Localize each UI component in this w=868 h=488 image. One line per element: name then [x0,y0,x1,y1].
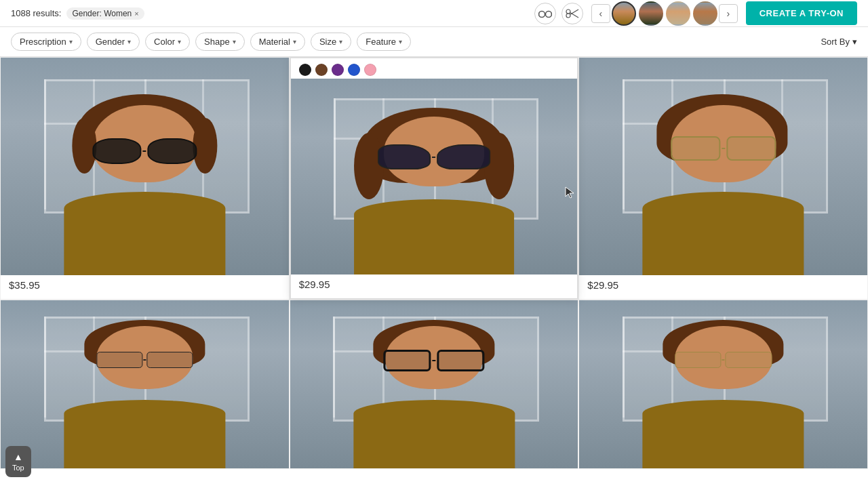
product-price-1: $35.95 [1,275,289,299]
product-grid: $35.95 [0,57,868,488]
sunglasses-2 [378,144,490,169]
swatch-brown[interactable] [315,64,328,76]
sunglasses-1 [92,138,197,164]
filter-feature[interactable]: Feature ▾ [357,33,411,51]
prev-arrow[interactable]: ‹ [591,4,610,23]
body [64,192,225,275]
glasses-6 [675,352,772,369]
glasses-5 [384,350,485,371]
swatch-black[interactable] [299,64,311,76]
product-price-2: $29.95 [291,274,578,298]
bridge-6 [722,359,725,361]
create-tryon-button[interactable]: CREATE A TRY-ON [746,1,857,25]
chevron-down-icon: ▾ [178,38,181,45]
person-figure-3 [623,90,824,274]
filter-shape-label: Shape [204,37,230,47]
product-image-2[interactable] [291,79,578,274]
product-image-1[interactable] [1,58,289,275]
bridge-4 [143,359,146,361]
filter-gender[interactable]: Gender ▾ [87,33,140,51]
lens-left-4 [96,352,142,369]
chevron-down-icon: ▾ [399,38,402,45]
glasses-4 [96,352,193,369]
filter-shape[interactable]: Shape ▾ [195,33,245,51]
product-card-4[interactable] [0,300,290,469]
scissors-icon [566,9,579,18]
body-2 [354,199,515,274]
person-figure-1 [44,90,245,274]
product-image-3[interactable] [579,58,867,275]
product-card-2[interactable]: $29.95 [290,57,579,300]
lens-right-6 [726,352,772,369]
lens-right-2 [437,144,490,169]
svg-line-8 [570,9,578,15]
arrow-up-icon: ▲ [14,451,23,462]
product-card-1[interactable]: $35.95 [0,57,290,300]
swatch-pink[interactable] [364,64,376,76]
face-thumb-4[interactable] [693,1,717,26]
face-thumb-3[interactable] [666,1,690,26]
svg-point-0 [538,11,545,17]
lens-left-2 [378,144,431,169]
face-thumb-2[interactable] [639,1,663,26]
face-thumb-1[interactable] [612,1,636,26]
product-image-4[interactable] [1,300,289,468]
filter-size[interactable]: Size ▾ [311,33,351,51]
chevron-down-icon: ▾ [69,38,73,45]
results-info: 1088 results: Gender: Women × [11,7,144,20]
body-5 [353,400,515,468]
chevron-down-icon: ▾ [233,38,236,45]
model-photo-3 [579,58,867,275]
active-filter-tag[interactable]: Gender: Women × [66,7,144,20]
remove-filter-button[interactable]: × [134,9,138,18]
svg-point-5 [566,9,570,14]
view-icons-group [534,3,583,24]
product-card-6[interactable] [578,300,868,469]
product-card-5[interactable] [290,300,579,469]
sort-by-dropdown[interactable]: Sort By ▾ [821,37,857,47]
color-swatches-2 [291,58,578,79]
swatch-blue[interactable] [348,64,360,76]
product-price-3: $29.95 [579,275,867,299]
scissors-view-icon[interactable] [561,3,583,24]
lens-right-3 [726,136,776,160]
product-image-6[interactable] [579,300,867,468]
product-card-3[interactable]: $29.95 [578,57,868,300]
navigation-arrows: ‹ › [591,1,738,26]
person-figure-5 [333,317,534,468]
svg-point-6 [566,14,570,18]
model-photo-1 [1,58,289,275]
top-right-controls: ‹ › CREATE A TRY-ON [534,1,857,26]
back-to-top-button[interactable]: ▲ Top [5,446,31,477]
model-photo-2 [291,79,578,274]
bridge-2 [432,157,435,158]
filter-material[interactable]: Material ▾ [250,33,305,51]
bridge [143,150,146,152]
svg-line-7 [570,12,578,18]
body-4 [64,400,225,468]
next-arrow[interactable]: › [719,4,738,23]
filter-prescription[interactable]: Prescription ▾ [11,33,81,51]
chevron-down-icon: ▾ [339,38,342,45]
chevron-down-icon: ▾ [852,37,857,47]
model-photo-5 [290,300,578,468]
person-figure-2 [334,108,534,274]
lens-left [92,138,142,164]
glasses-view-icon[interactable] [534,3,556,24]
glasses-3 [671,136,776,160]
bridge-3 [722,148,725,149]
lens-right-5 [437,350,484,371]
top-bar: 1088 results: Gender: Women × [0,0,868,27]
svg-point-1 [545,11,551,17]
glasses-2d-icon [538,9,552,18]
model-photo-6 [579,300,867,468]
lens-right-4 [146,352,193,369]
filter-material-label: Material [259,37,290,47]
swatch-purple[interactable] [332,64,344,76]
product-image-5[interactable] [290,300,578,468]
back-to-top-label: Top [12,464,24,472]
filter-color[interactable]: Color ▾ [145,33,190,51]
filter-feature-label: Feature [366,37,396,47]
person-figure-6 [623,317,824,468]
lens-left-3 [671,136,720,160]
